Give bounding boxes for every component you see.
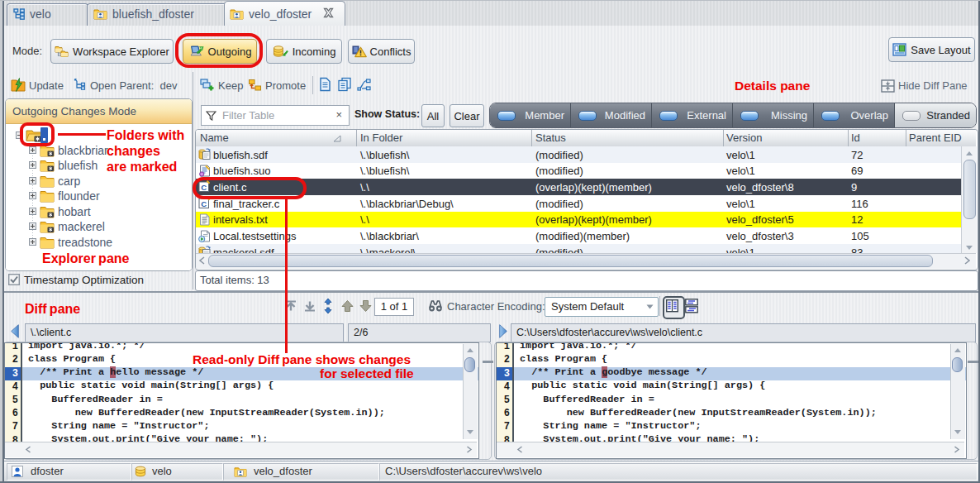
- svg-text:C: C: [201, 199, 207, 208]
